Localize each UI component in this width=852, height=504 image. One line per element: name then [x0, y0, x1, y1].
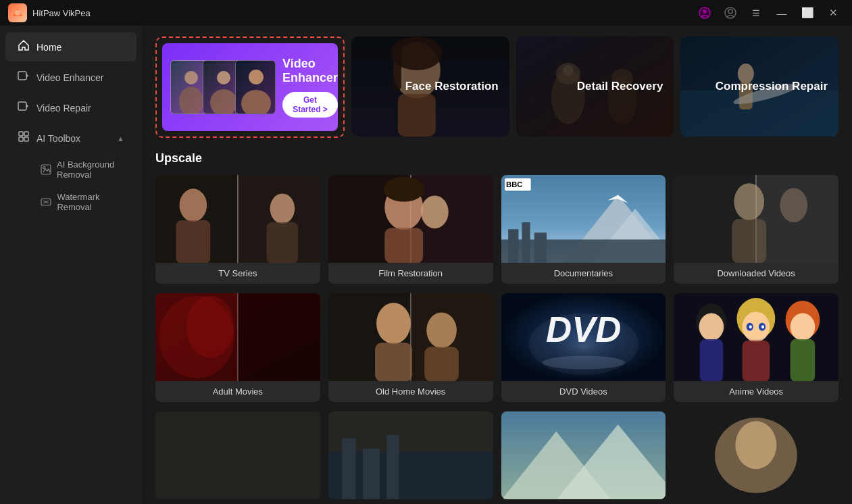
svg-point-5: [728, 9, 732, 14]
svg-text:DVD: DVD: [546, 309, 621, 349]
more-card-4[interactable]: [674, 411, 838, 499]
svg-rect-102: [743, 341, 770, 381]
thumbnail-stack: [170, 60, 276, 114]
anime-videos-card[interactable]: Anime Videos: [674, 293, 838, 402]
sidebar-item-video-enhancer[interactable]: Video Enhancer: [5, 63, 136, 92]
more-card-3[interactable]: [501, 411, 666, 499]
svg-point-50: [270, 193, 295, 224]
user-icon-btn[interactable]: [694, 3, 716, 22]
logo-icon: [8, 3, 27, 22]
downloaded-img: [674, 175, 838, 263]
film-restoration-card[interactable]: Film Restoration: [328, 175, 493, 284]
svg-rect-8: [18, 102, 26, 110]
svg-rect-90: [424, 347, 459, 381]
upscale-grid-row2: Adult Movies: [155, 293, 838, 402]
svg-point-1: [15, 10, 20, 16]
svg-point-59: [421, 195, 449, 228]
sidebar-sub-menu: AI Background Removal Watermark Removal: [0, 154, 142, 218]
bg-removal-icon: [41, 163, 51, 176]
maximize-btn[interactable]: ⬜: [797, 3, 818, 22]
sidebar-item-watermark[interactable]: Watermark Removal: [34, 186, 136, 218]
svg-point-95: [542, 355, 624, 369]
home-icon: [18, 39, 30, 55]
main-content: Video Enhancer Get Started >: [142, 26, 852, 504]
svg-point-123: [736, 421, 777, 469]
home-img: [328, 293, 493, 381]
toolbox-expand-icon: ▲: [117, 134, 124, 143]
svg-marker-9: [26, 104, 28, 108]
watermark-label: Watermark Removal: [57, 192, 130, 212]
film-label: Film Restoration: [328, 263, 493, 284]
svg-rect-51: [267, 222, 299, 263]
downloaded-label: Downloaded Videos: [674, 263, 838, 284]
svg-rect-65: [508, 229, 518, 263]
more-card-1[interactable]: [155, 411, 320, 499]
ve-title: Video Enhancer: [282, 57, 338, 85]
adult-movies-card[interactable]: Adult Movies: [155, 293, 320, 402]
tv-series-img: [155, 175, 320, 263]
dvd-videos-card[interactable]: DVD DVD Videos: [501, 293, 666, 402]
account-btn[interactable]: [720, 3, 741, 22]
watermark-icon: [41, 196, 51, 208]
svg-point-3: [703, 9, 707, 14]
svg-marker-7: [26, 74, 28, 78]
documentaries-card[interactable]: BBC Documentaries: [501, 175, 666, 284]
svg-point-15: [43, 167, 45, 169]
compression-overlay: Compression Repair: [680, 36, 838, 136]
svg-point-104: [791, 313, 816, 341]
sidebar-item-bg-removal[interactable]: AI Background Removal: [34, 154, 136, 185]
svg-rect-99: [700, 339, 724, 381]
svg-rect-57: [384, 228, 423, 263]
sidebar-item-video-repair[interactable]: Video Repair: [5, 93, 136, 122]
anime-label: Anime Videos: [674, 381, 838, 402]
tv-series-label: TV Series: [155, 263, 320, 284]
svg-point-109: [761, 325, 764, 328]
svg-rect-13: [24, 137, 28, 141]
app-title: HitPaw VikPea: [32, 8, 91, 18]
film-img: [328, 175, 493, 263]
detail-label: Detail Recovery: [577, 79, 663, 94]
menu-btn[interactable]: ☰: [745, 3, 767, 22]
minimize-btn[interactable]: —: [771, 3, 793, 22]
sidebar-item-home[interactable]: Home: [5, 32, 136, 61]
more-img-1: [155, 411, 320, 499]
sidebar-enhancer-label: Video Enhancer: [36, 72, 103, 83]
detail-recovery-card[interactable]: Detail Recovery: [516, 36, 674, 136]
sidebar-toolbox-label: AI Toolbox: [36, 133, 80, 144]
featured-row: Video Enhancer Get Started >: [155, 36, 838, 138]
video-enhancer-icon: [18, 70, 30, 85]
main-layout: Home Video Enhancer Video Repair: [0, 26, 852, 504]
more-card-2[interactable]: [328, 411, 493, 499]
compression-repair-card[interactable]: Compression Repair: [680, 36, 838, 136]
svg-point-82: [186, 296, 234, 357]
anime-img: [674, 293, 838, 381]
dvd-label: DVD Videos: [501, 381, 666, 402]
more-img-4: [674, 411, 838, 499]
adult-img: [155, 293, 320, 381]
more-img-2: [328, 411, 493, 499]
thumb-3: [235, 60, 276, 114]
video-enhancer-card[interactable]: Video Enhancer Get Started >: [155, 36, 345, 138]
svg-point-89: [426, 312, 457, 348]
more-img-3: [501, 411, 666, 499]
face-restoration-card[interactable]: Face Restoration: [351, 36, 509, 136]
compression-label: Compression Repair: [716, 79, 828, 94]
tv-series-card[interactable]: TV Series: [155, 175, 320, 284]
old-home-movies-card[interactable]: Old Home Movies: [328, 293, 493, 402]
ve-text-block: Video Enhancer Get Started >: [282, 57, 338, 118]
svg-rect-75: [732, 219, 767, 263]
svg-point-74: [734, 183, 765, 220]
sidebar-item-ai-toolbox[interactable]: AI Toolbox ▲: [5, 124, 136, 153]
get-started-btn[interactable]: Get Started >: [282, 92, 338, 118]
downloaded-videos-card[interactable]: Downloaded Videos: [674, 175, 838, 284]
home-label: Old Home Movies: [328, 381, 493, 402]
upscale-grid-row3: [155, 411, 838, 499]
svg-point-48: [180, 188, 207, 222]
documentaries-label: Documentaries: [501, 263, 666, 284]
svg-rect-12: [19, 137, 23, 141]
svg-point-87: [376, 303, 411, 344]
svg-rect-105: [791, 339, 816, 381]
close-btn[interactable]: ✕: [822, 3, 844, 22]
titlebar: HitPaw VikPea ☰ — ⬜ ✕: [0, 0, 852, 26]
adult-label: Adult Movies: [155, 381, 320, 402]
